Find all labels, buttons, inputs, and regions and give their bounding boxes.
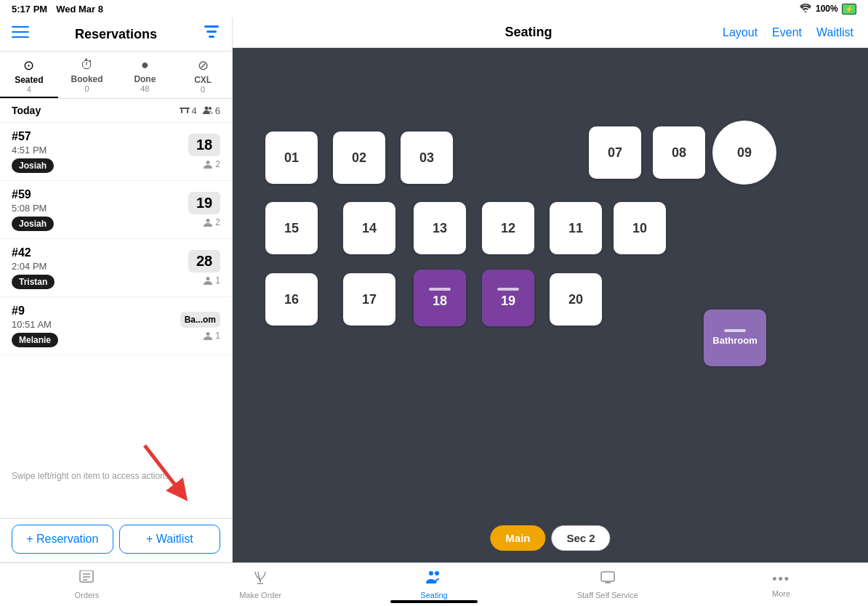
table-17[interactable]: 17 — [343, 273, 395, 326]
bathroom-indicator — [724, 329, 746, 332]
tab-more-label: More — [772, 589, 790, 598]
res-guests: 2 — [203, 159, 220, 169]
table-13[interactable]: 13 — [414, 202, 466, 254]
table-15[interactable]: 15 — [265, 202, 318, 254]
tab-booked[interactable]: ⏱ Booked 0 — [58, 52, 116, 98]
seating-nav: Layout Event Waitlist — [723, 26, 853, 39]
sidebar-toggle-icon[interactable] — [12, 25, 29, 44]
table-07-label: 07 — [608, 145, 622, 161]
tab-make-order[interactable]: Make Order — [174, 563, 347, 606]
table-12-label: 12 — [501, 221, 515, 236]
table-14-label: 14 — [362, 221, 377, 236]
add-reservation-button[interactable]: + Reservation — [12, 525, 113, 554]
res-number: #42 — [12, 246, 55, 259]
tab-done[interactable]: ● Done 48 — [116, 52, 174, 98]
table-01[interactable]: 01 — [265, 132, 318, 184]
svg-point-14 — [206, 332, 210, 336]
orders-icon — [79, 570, 95, 589]
tab-staff-label: Staff Self Service — [577, 591, 638, 599]
tab-seated[interactable]: ⊙ Seated 4 — [0, 52, 58, 98]
table-18-label: 18 — [433, 294, 447, 309]
svg-rect-0 — [12, 26, 29, 28]
table-07[interactable]: 07 — [589, 126, 641, 179]
res-guests: 1 — [203, 331, 220, 341]
table-11[interactable]: 11 — [550, 202, 602, 254]
add-waitlist-button[interactable]: + Waitlist — [119, 525, 221, 554]
res-number: #9 — [12, 304, 58, 318]
table-14[interactable]: 14 — [343, 202, 395, 254]
svg-point-12 — [206, 219, 210, 222]
svg-point-13 — [206, 277, 210, 280]
res-staff: Josiah — [12, 158, 54, 173]
today-row: Today 4 6 — [0, 99, 232, 123]
res-info: #42 2:04 PM Tristan — [12, 246, 55, 289]
svg-rect-5 — [209, 36, 214, 38]
battery-status: 100% ⚡ — [816, 4, 856, 15]
seated-count: 4 — [27, 85, 31, 94]
list-item[interactable]: #42 2:04 PM Tristan 28 1 — [0, 239, 232, 297]
table-16[interactable]: 16 — [265, 273, 318, 326]
floor-main-button[interactable]: Main — [490, 525, 545, 551]
bathroom-label: Bathroom — [712, 335, 757, 347]
list-item[interactable]: #59 5:08 PM Josiah 19 2 — [0, 181, 232, 239]
table-13-label: 13 — [433, 221, 447, 236]
table-12[interactable]: 12 — [482, 202, 534, 254]
tab-staff-self-service[interactable]: Staff Self Service — [521, 563, 694, 606]
tab-orders-label: Orders — [75, 591, 100, 599]
list-item[interactable]: #9 10:51 AM Melanie Ba...om 1 — [0, 297, 232, 355]
sidebar-filter-icon[interactable] — [203, 25, 220, 44]
res-guests: 2 — [203, 217, 220, 227]
table-18[interactable]: 18 — [414, 270, 466, 326]
res-info: #9 10:51 AM Melanie — [12, 304, 58, 347]
table-18-indicator — [429, 288, 451, 291]
today-guests: 6 — [203, 105, 220, 116]
table-15-label: 15 — [284, 221, 299, 236]
table-20[interactable]: 20 — [550, 273, 602, 326]
svg-rect-8 — [187, 109, 188, 113]
table-bathroom[interactable]: Bathroom — [704, 310, 766, 366]
done-icon: ● — [141, 57, 149, 73]
res-staff: Melanie — [12, 333, 58, 347]
more-icon: ••• — [772, 572, 790, 587]
table-01-label: 01 — [284, 150, 299, 166]
svg-point-9 — [204, 107, 208, 110]
table-08[interactable]: 08 — [653, 126, 705, 179]
table-10[interactable]: 10 — [614, 202, 666, 254]
table-02[interactable]: 02 — [333, 132, 385, 184]
table-03-label: 03 — [419, 150, 434, 166]
nav-waitlist[interactable]: Waitlist — [816, 26, 853, 39]
tab-orders[interactable]: Orders — [0, 563, 174, 606]
svg-point-10 — [209, 107, 212, 110]
svg-line-15 — [145, 445, 181, 493]
tab-more[interactable]: ••• More — [694, 563, 868, 606]
res-table: 18 — [188, 134, 220, 156]
res-staff: Josiah — [12, 217, 54, 231]
status-time: 5:17 PM — [12, 4, 47, 15]
tab-cxl[interactable]: ⊘ CXL 0 — [174, 52, 232, 98]
res-info: #59 5:08 PM Josiah — [12, 188, 54, 231]
res-table-info: 19 2 — [188, 192, 220, 227]
floor-selector: Main Sec 2 — [490, 525, 610, 551]
list-item[interactable]: #57 4:51 PM Josiah 18 2 — [0, 123, 232, 181]
nav-event[interactable]: Event — [772, 26, 802, 39]
seated-label: Seated — [15, 75, 43, 85]
done-label: Done — [134, 74, 156, 84]
table-03[interactable]: 03 — [401, 132, 453, 184]
cxl-icon: ⊘ — [198, 57, 209, 73]
svg-point-22 — [435, 571, 439, 575]
table-19-indicator — [497, 288, 519, 291]
table-16-label: 16 — [284, 292, 299, 307]
sidebar-actions: + Reservation + Waitlist — [0, 518, 232, 562]
table-08-label: 08 — [672, 145, 686, 161]
sidebar: Reservations ⊙ Seated 4 ⏱ Booked 0 ● Don… — [0, 17, 233, 562]
floor-sec2-button[interactable]: Sec 2 — [551, 525, 610, 551]
nav-layout[interactable]: Layout — [723, 26, 758, 39]
sidebar-header: Reservations — [0, 17, 232, 52]
status-day: Wed Mar 8 — [56, 4, 103, 15]
table-19[interactable]: 19 — [482, 270, 534, 326]
res-info: #57 4:51 PM Josiah — [12, 130, 54, 173]
res-table: 19 — [188, 192, 220, 214]
table-09[interactable]: 09 — [712, 121, 776, 185]
res-table-info: 28 1 — [188, 250, 220, 286]
res-table: 28 — [188, 250, 220, 272]
